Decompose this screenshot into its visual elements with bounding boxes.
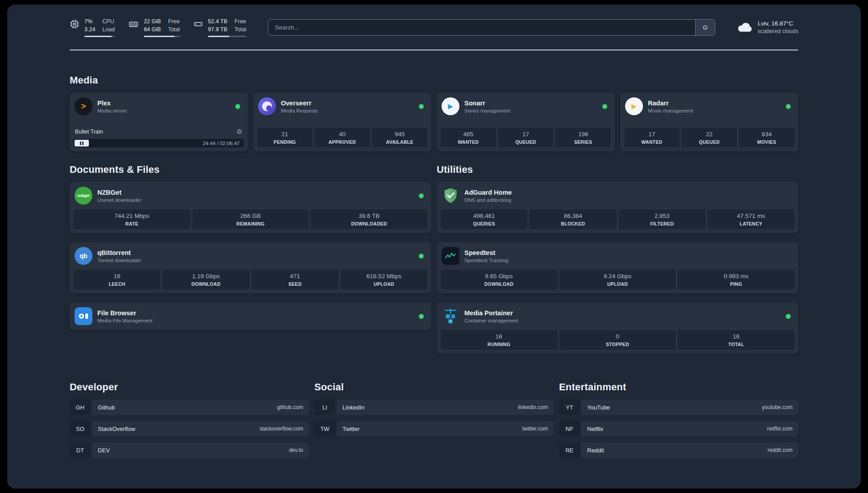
service-card-portainer[interactable]: Media Portainer Container management 16 … — [437, 302, 798, 354]
memory-icon — [128, 19, 139, 29]
qbittorrent-glyph: qb — [79, 252, 87, 259]
stat-blocked: 86,384 BLOCKED — [530, 209, 616, 229]
top-bar: 7% 3.24 CPU Load — [70, 18, 798, 37]
sonarr-icon: ▶ — [442, 97, 459, 115]
memory-meter — [144, 36, 180, 38]
cpu-icon — [70, 19, 79, 29]
stat-label: RUNNING — [442, 342, 555, 347]
resource-widgets: 7% 3.24 CPU Load — [70, 18, 246, 37]
service-card-overseerr[interactable]: Overseerr Media Requests 21 PENDING 40 A… — [253, 92, 431, 151]
disk-free-label: Free — [234, 18, 246, 26]
service-card-filebrowser[interactable]: File Browser Media File Management — [70, 302, 431, 330]
gear-icon[interactable]: ⚙ — [237, 128, 242, 136]
stat-value: 0.993 ms — [680, 273, 793, 280]
stat-downloaded: 39.6 TB DOWNLOADED — [311, 209, 427, 229]
stat-label: DOWNLOAD — [164, 281, 247, 287]
stat-value: 2,953 — [621, 213, 704, 219]
service-description: Container management — [464, 318, 518, 323]
now-playing-title: Bullet Train — [75, 129, 103, 135]
stat-value: 0 — [561, 333, 674, 340]
plex-now-playing: Bullet Train ⚙ 24:44 / 02:06:47 — [74, 127, 244, 147]
service-name: Overseerr — [281, 100, 318, 107]
bookmark-name: Twitter — [342, 426, 359, 432]
stat-label: WANTED — [442, 139, 494, 145]
stat-seed: 471 SEED — [252, 270, 338, 289]
service-card-radarr[interactable]: ▶ Radarr Movie management 17 WANTED — [620, 92, 798, 151]
cpu-usage-value: 7% — [84, 18, 95, 26]
disk-meter — [208, 36, 246, 38]
bookmark-name: Github — [98, 404, 115, 411]
bookmark-twitter[interactable]: TW Twitter twitter.com — [314, 421, 554, 436]
status-online-dot — [419, 193, 424, 198]
bookmark-youtube[interactable]: YT YouTube youtube.com — [559, 400, 798, 415]
stat-value: 47.571 ms — [709, 213, 793, 219]
section-social: Social LI LinkedIn linkedin.com TW Twitt… — [314, 381, 554, 436]
stat-value: 16 — [680, 333, 793, 340]
bookmark-name: Reddit — [587, 447, 604, 454]
bookmark-stackoverflow[interactable]: SO StackOverflow stackoverflow.com — [70, 421, 309, 436]
stat-running: 16 RUNNING — [441, 330, 557, 350]
stat-label: PING — [680, 281, 793, 287]
stat-label: APPROVED — [317, 139, 368, 145]
search-bar: G — [268, 19, 715, 36]
adguard-shield-icon — [442, 187, 459, 205]
bookmark-github[interactable]: GH Github github.com — [70, 400, 309, 415]
stat-value: 9.65 Gbps — [442, 273, 555, 280]
section-documents: Documents & Files nzbget NZBGet Usenet d… — [70, 164, 431, 330]
search-input[interactable] — [268, 20, 695, 35]
bookmark-netflix[interactable]: NF Netflix netflix.com — [559, 421, 798, 436]
service-description: Media server — [97, 108, 127, 113]
stat-label: REMAINING — [194, 221, 307, 226]
stat-value: 22 — [684, 131, 735, 138]
stat-filtered: 2,953 FILTERED — [619, 209, 705, 229]
sonarr-glyph: ▶ — [448, 102, 453, 110]
bookmark-url: twitter.com — [522, 426, 548, 432]
cpu-widget: 7% 3.24 CPU Load — [70, 18, 115, 37]
service-card-adguard[interactable]: AdGuard Home DNS and adblocking 498,461 … — [437, 182, 798, 233]
stat-download: 9.65 Gbps DOWNLOAD — [441, 270, 557, 289]
pause-button[interactable] — [75, 140, 89, 146]
radarr-glyph: ▶ — [631, 102, 637, 110]
stat-value: 744.21 Mbps — [75, 213, 188, 219]
stat-wanted: 485 WANTED — [441, 128, 496, 147]
stat-value: 618.52 Mbps — [342, 273, 426, 280]
search-provider-button[interactable]: G — [695, 20, 715, 35]
bookmark-reddit[interactable]: RE Reddit reddit.com — [559, 443, 798, 458]
service-name: Plex — [97, 100, 127, 107]
section-title-documents: Documents & Files — [70, 164, 431, 175]
stat-value: 9.24 Gbps — [561, 273, 674, 280]
service-description: Media Requests — [281, 108, 318, 113]
service-card-qbittorrent[interactable]: qb qBittorrent Torrent downloader 16 LEE… — [70, 242, 431, 293]
playback-progress-bar[interactable]: 24:44 / 02:06:47 — [74, 139, 244, 147]
bookmark-name: StackOverflow — [98, 426, 135, 432]
bookmark-url: dev.to — [289, 447, 303, 453]
stat-label: SEED — [254, 281, 337, 287]
stat-queries: 498,461 QUERIES — [441, 209, 527, 229]
cpu-load-value: 3.24 — [84, 26, 95, 34]
service-card-speedtest[interactable]: Speedtest Speedtest Tracking 9.65 Gbps D… — [437, 242, 798, 293]
stat-value: 16 — [75, 273, 159, 280]
status-online-dot — [419, 104, 424, 109]
stat-stopped: 0 STOPPED — [559, 330, 676, 350]
weather-widget[interactable]: Lviv, 16.87°C scattered clouds — [737, 20, 798, 35]
status-online-dot — [419, 254, 424, 259]
stat-label: PENDING — [259, 139, 311, 145]
stat-total: 16 TOTAL — [678, 330, 794, 350]
service-card-nzbget[interactable]: nzbget NZBGet Usenet downloader 744.21 M… — [70, 182, 431, 233]
cpu-load-label: Load — [102, 26, 115, 34]
bookmark-abbr: RE — [559, 443, 580, 458]
service-name: File Browser — [97, 309, 152, 317]
bookmark-abbr: TW — [314, 421, 335, 436]
section-title-media: Media — [70, 75, 798, 86]
stat-label: FILTERED — [621, 221, 704, 226]
service-card-sonarr[interactable]: ▶ Sonarr Series management 485 WANTED — [437, 92, 615, 151]
service-card-plex[interactable]: > Plex Media server Bullet Train ⚙ — [70, 92, 248, 151]
service-name: Media Portainer — [464, 309, 518, 317]
service-description: Usenet downloader — [97, 197, 142, 203]
bookmark-linkedin[interactable]: LI LinkedIn linkedin.com — [314, 400, 554, 415]
stat-available: 945 AVAILABLE — [372, 128, 427, 147]
bookmark-dev[interactable]: DT DEV dev.to — [70, 443, 309, 458]
weather-condition: scattered clouds — [758, 28, 798, 35]
bookmark-abbr: YT — [559, 400, 580, 415]
portainer-icon — [442, 307, 459, 325]
